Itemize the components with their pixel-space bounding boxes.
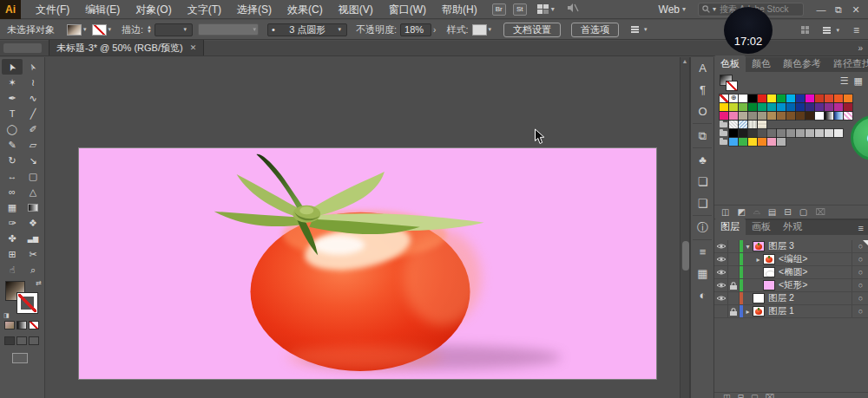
swatch[interactable]	[844, 112, 852, 120]
swatch[interactable]	[767, 95, 776, 102]
style-chevron-icon[interactable]: ▾	[489, 26, 492, 33]
menu-item-3[interactable]: 文字(T)	[180, 0, 229, 19]
swatch[interactable]	[720, 112, 728, 120]
panel-icon-artboards[interactable]: ❑	[691, 192, 714, 214]
tab-swatches-3[interactable]: 路径查找器	[827, 55, 868, 72]
document-close-icon[interactable]: ✕	[190, 43, 197, 52]
menu-item-6[interactable]: 视图(V)	[331, 0, 381, 19]
swatch-kinds-menu-icon[interactable]: ◩	[737, 207, 745, 217]
lock-toggle[interactable]	[728, 240, 740, 252]
tool-type[interactable]: T	[2, 106, 23, 121]
swatches-stroke-proxy[interactable]	[726, 81, 738, 91]
swatch[interactable]	[720, 103, 728, 111]
close-button[interactable]: ✕	[847, 0, 865, 19]
tool-slice[interactable]: ✂	[23, 246, 43, 262]
draw-behind-button[interactable]	[16, 336, 27, 345]
tool-symbol-sprayer[interactable]: ✤	[2, 231, 23, 246]
menu-item-5[interactable]: 效果(C)	[279, 0, 331, 19]
layer-thumbnail[interactable]	[763, 280, 775, 290]
menu-item-1[interactable]: 编辑(E)	[77, 0, 128, 19]
tab-swatches-2[interactable]: 颜色参考	[777, 55, 827, 72]
panel-icon-graphic-styles[interactable]: ❏	[691, 171, 714, 192]
swatch[interactable]	[806, 103, 814, 111]
menu-item-2[interactable]: 对象(O)	[128, 0, 179, 19]
swatch[interactable]	[758, 95, 766, 102]
lock-toggle[interactable]	[728, 279, 740, 291]
swatch[interactable]	[786, 112, 795, 120]
swatch[interactable]	[844, 95, 852, 102]
swatch[interactable]	[825, 129, 833, 137]
swatch[interactable]	[796, 95, 805, 102]
tool-paintbrush[interactable]: ✐	[23, 121, 43, 137]
draw-inside-button[interactable]	[29, 336, 39, 345]
tool-mesh[interactable]: ▦	[2, 199, 23, 215]
swatch[interactable]	[758, 121, 766, 128]
lock-toggle[interactable]	[728, 253, 740, 265]
swatch[interactable]	[767, 112, 776, 120]
visibility-toggle[interactable]	[714, 240, 728, 252]
swatch[interactable]	[777, 138, 786, 146]
layer-thumbnail[interactable]	[753, 306, 765, 316]
vertical-scrollbar[interactable]: ▲	[680, 57, 690, 398]
scroll-up-icon[interactable]: ▲	[681, 58, 689, 64]
layers-footer-icon-0[interactable]: ◫	[723, 393, 731, 398]
tool-eraser[interactable]: ▱	[23, 137, 43, 153]
tool-lasso[interactable]: ≀	[23, 75, 43, 90]
swatch[interactable]	[815, 112, 824, 120]
swatch[interactable]	[748, 121, 757, 128]
swatch[interactable]	[739, 121, 747, 128]
swap-fill-stroke-icon[interactable]: ⇄	[36, 279, 42, 287]
layer-thumbnail[interactable]	[763, 267, 775, 277]
none-button[interactable]	[29, 321, 39, 329]
swatch[interactable]	[815, 95, 824, 102]
document-tab[interactable]: 未标题-3* @ 50% (RGB/预览) ✕	[49, 40, 204, 55]
visibility-toggle[interactable]	[714, 305, 728, 317]
swatch[interactable]	[825, 112, 833, 120]
swatch[interactable]	[844, 103, 852, 111]
speaker-muted-icon[interactable]	[567, 3, 579, 16]
screen-mode-button[interactable]	[12, 353, 28, 363]
stroke-weight-stepper[interactable]: ▲▼	[147, 25, 152, 34]
swatch[interactable]	[739, 112, 747, 120]
default-fill-stroke-icon[interactable]: ◨	[3, 312, 10, 319]
layer-target-icon[interactable]: ○	[852, 305, 868, 317]
stroke-color-swatch[interactable]	[92, 24, 107, 36]
swatch[interactable]	[777, 129, 786, 137]
layer-expand-icon[interactable]: ▾	[743, 243, 753, 251]
document-setup-button[interactable]: 文档设置	[503, 23, 561, 37]
tab-layers-1[interactable]: 画板	[746, 219, 777, 235]
tab-swatches-0[interactable]: 色板	[714, 55, 746, 72]
tool-line-segment[interactable]: ╱	[23, 106, 43, 121]
swatch[interactable]	[777, 103, 786, 111]
tab-swatches-1[interactable]: 颜色	[746, 55, 777, 72]
swatch[interactable]	[834, 112, 843, 120]
swatch[interactable]	[748, 112, 757, 120]
layers-panel-menu-icon[interactable]: ≡	[858, 223, 864, 233]
tab-layers-0[interactable]: 图层	[714, 219, 746, 235]
swatch-folder-icon[interactable]	[720, 129, 728, 137]
layer-thumbnail[interactable]	[753, 241, 765, 251]
swatch[interactable]	[786, 95, 795, 102]
swatch[interactable]	[767, 129, 776, 137]
tool-magic-wand[interactable]: ✶	[2, 75, 23, 90]
menu-item-7[interactable]: 窗口(W)	[381, 0, 434, 19]
swatch[interactable]	[739, 95, 747, 102]
workspace-dropdown[interactable]: Web▾	[659, 3, 686, 16]
swatch[interactable]	[758, 138, 766, 146]
opacity-field[interactable]: 18%	[400, 23, 431, 36]
tool-shape-builder[interactable]: ∞	[2, 184, 23, 199]
menu-item-8[interactable]: 帮助(H)	[434, 0, 485, 19]
scrollbar-thumb[interactable]	[682, 241, 689, 271]
new-swatch-icon[interactable]: ▢	[799, 207, 807, 217]
grid-view-icon[interactable]: ▦	[854, 75, 863, 87]
documents-grid-icon[interactable]	[801, 26, 809, 34]
tool-rotate[interactable]: ↻	[2, 153, 23, 168]
stroke-proxy-swatch[interactable]	[17, 293, 37, 313]
tool-scale[interactable]: ↘	[23, 153, 43, 168]
swatch[interactable]	[729, 112, 738, 120]
visibility-toggle[interactable]	[714, 253, 728, 265]
swatch[interactable]	[834, 129, 843, 137]
workspace-switcher-icon[interactable]	[823, 27, 831, 34]
swatch-libraries-menu-icon[interactable]: ◫	[721, 207, 729, 217]
tool-eyedropper[interactable]: ✑	[2, 215, 23, 231]
